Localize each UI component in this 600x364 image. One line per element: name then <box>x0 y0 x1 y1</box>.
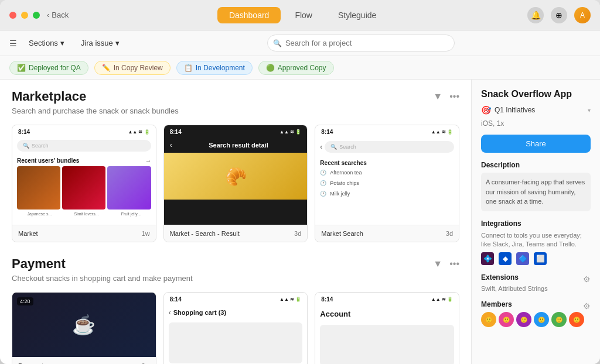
search-placeholder-1: Search <box>32 143 49 149</box>
more-icon[interactable]: ••• <box>449 91 459 102</box>
screen-shopping-cart[interactable]: 8:14 ▲▲ ≋ 🔋 ‹ Shopping cart (3) Shopping… <box>163 292 308 364</box>
phone-status-2: 8:14 ▲▲ ≋ 🔋 <box>164 125 308 138</box>
extensions-text: Swift, Attributed Strings <box>481 285 591 292</box>
extensions-settings-icon[interactable]: ⚙ <box>583 274 591 284</box>
tag-approved-copy[interactable]: 🟢 Approved Copy <box>258 61 334 75</box>
trello-icon[interactable]: ⬜ <box>534 252 547 265</box>
phone-status-account: 8:14 ▲▲ ≋ 🔋 <box>315 293 459 305</box>
back-icon-3: ‹ <box>320 143 322 151</box>
marketplace-header: Marketplace ▼ ••• <box>12 89 459 104</box>
help-button[interactable]: ⊕ <box>551 7 567 23</box>
slack-icon[interactable]: 💠 <box>481 252 494 265</box>
member-avatar-6[interactable]: 🙂 <box>569 312 584 327</box>
cart-title: Shopping cart (3) <box>173 309 226 316</box>
tag-in-development[interactable]: 📋 In Development <box>176 61 253 75</box>
screen-market[interactable]: 8:14 ▲▲ ≋ 🔋 🔍 Search Recent users' bundl… <box>12 125 156 242</box>
initiatives-chevron-icon: ▾ <box>588 107 591 114</box>
payment-collapse-icon[interactable]: ▼ <box>433 259 442 269</box>
tag-deployed-qa[interactable]: ✅ Deployed for QA <box>9 61 88 75</box>
drink-image: 4:20 ☕ <box>12 293 156 357</box>
jira-dropdown[interactable]: Jira issue ▾ <box>76 36 124 50</box>
search-input[interactable] <box>267 35 455 51</box>
initiatives-text: Q1 Initiatives <box>495 106 535 114</box>
collapse-icon[interactable]: ▼ <box>433 91 442 102</box>
tag-copy-review[interactable]: ✏️ In Copy Review <box>94 61 171 75</box>
teams-icon[interactable]: 🔷 <box>516 252 529 265</box>
members-section: Members ⚙ 🙂 🙂 🙂 🙂 🙂 🙂 <box>481 300 591 327</box>
tab-flow[interactable]: Flow <box>283 7 324 23</box>
recent-searches-title: Recent searches <box>315 156 459 167</box>
screen-footer-3: Market Search 3d <box>315 225 459 242</box>
payment-title: Payment <box>12 256 66 272</box>
screen-name-1: Market <box>18 230 38 237</box>
marketplace-subtitle: Search and purchase the snack or snack b… <box>12 107 459 115</box>
members-title: Members <box>481 300 512 308</box>
search-bar-3[interactable]: 🔍 Search <box>325 141 454 153</box>
screen-account[interactable]: 8:14 ▲▲ ≋ 🔋 Account Account 3d <box>315 292 459 364</box>
member-avatar-2[interactable]: 🙂 <box>499 312 514 327</box>
description-section: Description A consumer-facing app that s… <box>481 161 591 211</box>
recent-search-3[interactable]: 🕐 Milk jelly <box>315 188 459 199</box>
screen-name-2: Market - Search - Result <box>170 230 240 237</box>
recent-search-1[interactable]: 🕐 Afternoon tea <box>315 167 459 178</box>
bundle-grid <box>12 166 156 210</box>
app-title: Snack Overflow App <box>481 89 591 99</box>
account-title-area: Account <box>315 305 459 322</box>
integrations-section: Integrations Connect to tools you use ev… <box>481 219 591 266</box>
screen-time-3: 3d <box>446 230 453 237</box>
status-time-2: 8:14 <box>170 129 182 135</box>
status-time-cart: 8:14 <box>170 296 182 303</box>
screen-market-search[interactable]: 8:14 ▲▲ ≋ 🔋 ‹ 🔍 Search Recent searches <box>315 125 459 242</box>
list-icon: ☰ <box>9 39 17 48</box>
initiatives-label[interactable]: 🎯 Q1 Initiatives <box>481 105 535 115</box>
member-avatar-5[interactable]: 🙂 <box>551 312 567 327</box>
food-image: 🥐 <box>164 153 308 200</box>
marketplace-actions: ▼ ••• <box>433 91 459 102</box>
screen-name-3: Market Search <box>321 230 363 237</box>
sections-dropdown[interactable]: Sections ▾ <box>24 36 69 50</box>
status-icons-3: ▲▲ ≋ 🔋 <box>431 129 453 135</box>
integrations-title: Integrations <box>481 219 591 228</box>
member-avatar-3[interactable]: 🙂 <box>516 312 531 327</box>
close-button[interactable] <box>9 12 16 19</box>
clock-icon-3: 🕐 <box>320 191 326 197</box>
payment-screens: 4:20 ☕ Payment 2w 8:14 <box>12 292 459 364</box>
share-button[interactable]: Share <box>481 135 591 153</box>
phone-status-cart: 8:14 ▲▲ ≋ 🔋 <box>164 293 308 305</box>
maximize-button[interactable] <box>33 12 40 19</box>
notification-button[interactable]: 🔔 <box>527 7 544 23</box>
minimize-button[interactable] <box>21 12 28 19</box>
tab-styleguide[interactable]: Styleguide <box>326 7 388 23</box>
clock-icon-1: 🕐 <box>320 170 326 176</box>
screen-payment-drink[interactable]: 4:20 ☕ Payment 2w <box>12 292 156 364</box>
screen-search-detail[interactable]: 8:14 ▲▲ ≋ 🔋 ‹ Search result detail 🥐 Mar… <box>163 125 308 242</box>
back-chevron-icon: ‹ <box>47 11 49 19</box>
recent-search-2[interactable]: 🕐 Potato chips <box>315 178 459 188</box>
arrow-icon: → <box>145 157 151 164</box>
screen-time-2: 3d <box>294 230 301 237</box>
extensions-section: Extensions ⚙ Swift, Attributed Strings <box>481 273 591 292</box>
bundle-item-3 <box>107 166 151 210</box>
bundle-item-1 <box>17 166 60 210</box>
status-icons-cart: ▲▲ ≋ 🔋 <box>279 297 301 302</box>
jira-icon[interactable]: ◆ <box>499 252 512 265</box>
recent-search-text-3: Milk jelly <box>330 191 350 197</box>
user-avatar[interactable]: A <box>574 7 591 23</box>
status-time-3: 8:14 <box>321 129 333 135</box>
tag-dev-icon: 📋 <box>184 64 193 72</box>
integrations-text: Connect to tools you use everyday; like … <box>481 231 591 249</box>
search-icon: 🔍 <box>273 39 282 47</box>
tag-qa-icon: ✅ <box>17 64 26 72</box>
tag-dev-label: In Development <box>196 64 245 72</box>
tab-dashboard[interactable]: Dashboard <box>217 7 281 23</box>
titlebar-right: 🔔 ⊕ A <box>527 7 591 23</box>
screen-detail-title: Search result detail <box>176 142 302 149</box>
member-avatar-1[interactable]: 🙂 <box>481 312 496 327</box>
back-button[interactable]: ‹ Back <box>47 11 69 19</box>
members-avatars: 🙂 🙂 🙂 🙂 🙂 🙂 <box>481 312 591 327</box>
members-settings-icon[interactable]: ⚙ <box>583 301 591 311</box>
member-avatar-4[interactable]: 🙂 <box>534 312 549 327</box>
payment-more-icon[interactable]: ••• <box>449 259 459 269</box>
initiatives-row: 🎯 Q1 Initiatives ▾ <box>481 105 591 115</box>
search-bar-1[interactable]: 🔍 Search <box>17 140 151 152</box>
